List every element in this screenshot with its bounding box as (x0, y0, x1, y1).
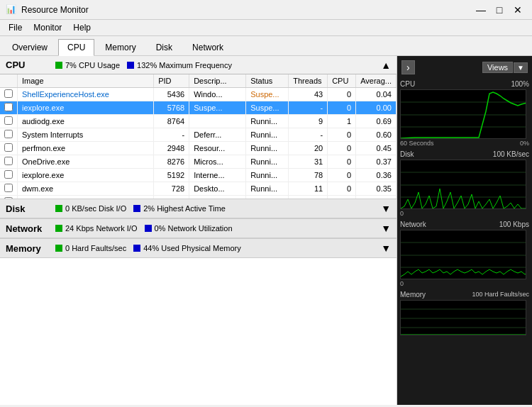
disk-section-header[interactable]: Disk 0 KB/sec Disk I/O 2% Highest Active… (0, 199, 397, 218)
disk-section-title: Disk (6, 203, 48, 214)
cpu-stat1-indicator (55, 62, 62, 69)
row-avg: 0.69 (356, 115, 397, 128)
memory-stat1: 0 Hard Faults/sec (55, 244, 126, 252)
table-row[interactable]: dwm.exe 728 Deskto... Runni... 11 0 0.35 (0, 182, 397, 196)
network-graph (400, 230, 526, 279)
table-row[interactable]: perfmon.exe 2948 Resour... Runni... 20 0… (0, 142, 397, 155)
row-image: System Interrupts (18, 128, 154, 142)
row-checkbox-cell (0, 169, 18, 182)
col-header-threads[interactable]: Threads (289, 74, 328, 88)
minimize-button[interactable]: — (472, 3, 489, 17)
menu-help[interactable]: Help (67, 21, 96, 34)
row-cpu: 0 (328, 169, 356, 182)
memory-stat1-label: 0 Hard Faults/sec (65, 244, 126, 252)
row-threads: - (289, 128, 328, 142)
disk-section-arrow[interactable]: ▼ (381, 203, 391, 214)
row-pid: 728 (154, 182, 189, 196)
table-row[interactable]: OneDrive.exe 8276 Micros... Runni... 31 … (0, 155, 397, 169)
network-stat1: 24 Kbps Network I/O (55, 224, 138, 233)
memory-section-header[interactable]: Memory 0 Hard Faults/sec 44% Used Physic… (0, 238, 397, 258)
menu-file[interactable]: File (3, 21, 28, 34)
disk-graph-axis: 0 (400, 209, 529, 218)
row-checkbox[interactable] (4, 143, 13, 152)
row-checkbox[interactable] (4, 103, 13, 111)
row-checkbox-cell (0, 115, 18, 128)
tab-cpu[interactable]: CPU (58, 39, 94, 56)
table-row[interactable]: iexplore.exe 5192 Interne... Runni... 78… (0, 169, 397, 182)
table-row[interactable]: iexplore.exe 5768 Suspe... Suspe... - 0 … (0, 101, 397, 115)
disk-graph-bottom-right: 0 (400, 210, 404, 217)
row-threads: 11 (289, 182, 328, 196)
cpu-graph-value: 100% (511, 80, 529, 88)
row-cpu: 1 (328, 115, 356, 128)
disk-graph-value: 100 KB/sec (493, 150, 529, 158)
close-button[interactable]: ✕ (509, 3, 526, 17)
tab-disk[interactable]: Disk (147, 39, 182, 55)
col-header-avg[interactable]: Averag... (356, 74, 397, 88)
network-graph-svg (401, 230, 526, 279)
row-image: iexplore.exe (18, 169, 154, 182)
cpu-graph-container: CPU 100% 60 Seconds 0% (400, 79, 529, 147)
row-image: perfmon.exe (18, 142, 154, 155)
col-header-desc[interactable]: Descrip... (189, 74, 246, 88)
row-checkbox[interactable] (4, 157, 13, 165)
memory-graph-container: Memory 100 Hard Faults/sec (400, 289, 529, 335)
table-row[interactable]: audiodg.exe 8764 Runni... 9 1 0.69 (0, 115, 397, 128)
memory-stat2-indicator (133, 245, 140, 252)
row-threads: 43 (289, 88, 328, 101)
row-checkbox[interactable] (4, 89, 13, 98)
col-header-pid[interactable]: PID (154, 74, 189, 88)
process-link[interactable]: ShellExperienceHost.exe (22, 90, 109, 99)
tab-network[interactable]: Network (183, 39, 233, 55)
memory-graph-label: Memory 100 Hard Faults/sec (400, 289, 529, 300)
col-header-image[interactable]: Image (18, 74, 154, 88)
row-status: Runni... (246, 182, 289, 196)
title-bar: 📊 Resource Monitor — □ ✕ (0, 0, 532, 20)
row-image: audiodg.exe (18, 115, 154, 128)
col-header-cpu[interactable]: CPU (328, 74, 356, 88)
menu-monitor[interactable]: Monitor (28, 21, 67, 34)
disk-graph-svg (401, 160, 526, 209)
tab-overview[interactable]: Overview (3, 39, 57, 55)
menu-bar: File Monitor Help (0, 20, 532, 36)
row-avg: 0.60 (356, 128, 397, 142)
table-row[interactable]: ShellExperienceHost.exe 5436 Windo... Su… (0, 88, 397, 101)
col-header-status[interactable]: Status (246, 74, 289, 88)
col-header-check[interactable] (0, 74, 18, 88)
memory-section-arrow[interactable]: ▼ (381, 242, 391, 254)
row-checkbox[interactable] (4, 184, 13, 192)
row-image: iexplore.exe (18, 101, 154, 115)
row-checkbox-cell (0, 155, 18, 169)
network-section-header[interactable]: Network 24 Kbps Network I/O 0% Network U… (0, 218, 397, 238)
row-avg: 0.04 (356, 88, 397, 101)
expand-button[interactable]: › (401, 60, 415, 74)
disk-stat2-indicator (133, 205, 140, 212)
row-desc (189, 115, 246, 128)
row-image: OneDrive.exe (18, 155, 154, 169)
row-desc: Deferr... (189, 128, 246, 142)
right-panel: › Views ▼ CPU 100% (397, 56, 532, 405)
maximize-button[interactable]: □ (491, 3, 508, 17)
row-status: Suspe... (246, 88, 289, 101)
views-dropdown-button[interactable]: ▼ (514, 62, 528, 73)
row-checkbox[interactable] (4, 197, 13, 199)
app-title: Resource Monitor (21, 5, 472, 15)
row-checkbox[interactable] (4, 116, 13, 125)
cpu-section-arrow[interactable]: ▲ (381, 60, 391, 71)
row-status: Runni... (246, 128, 289, 142)
row-checkbox[interactable] (4, 170, 13, 179)
row-checkbox-cell (0, 88, 18, 101)
cpu-graph-bottom-right: 0% (520, 140, 529, 147)
cpu-table-container: Image PID Descrip... Status Threads CPU … (0, 74, 397, 199)
table-row[interactable]: System Interrupts - Deferr... Runni... -… (0, 128, 397, 142)
tab-memory[interactable]: Memory (96, 39, 145, 55)
cpu-graph-label: CPU 100% (400, 79, 529, 89)
network-section-arrow[interactable]: ▼ (381, 223, 391, 234)
cpu-section-header[interactable]: CPU 7% CPU Usage 132% Maximum Frequency … (0, 56, 397, 74)
row-pid: 8276 (154, 155, 189, 169)
disk-graph-title: Disk (400, 150, 414, 158)
views-button[interactable]: Views (482, 62, 513, 73)
row-checkbox-cell (0, 142, 18, 155)
row-checkbox-cell (0, 182, 18, 196)
row-checkbox[interactable] (4, 130, 13, 138)
